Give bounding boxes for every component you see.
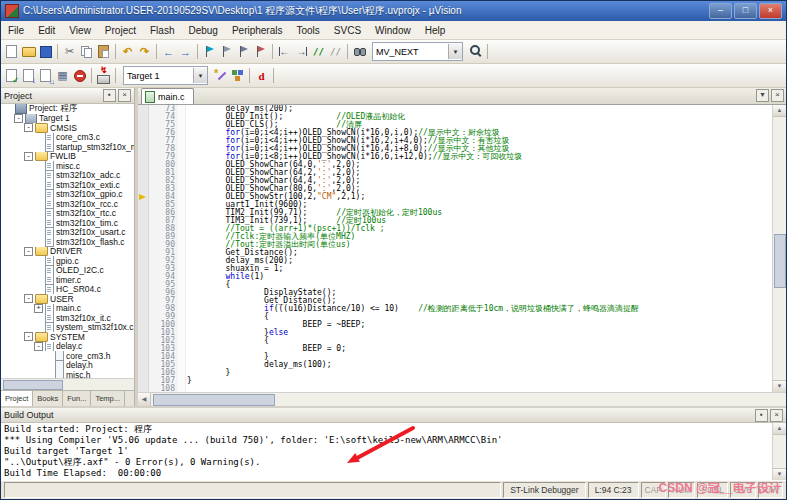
- editor[interactable]: 7374757677787980818283848586878889909192…: [138, 105, 786, 392]
- menu-item-flash[interactable]: Flash: [143, 23, 181, 38]
- tree-item[interactable]: -USER: [1, 294, 134, 304]
- rebuild-icon[interactable]: [37, 66, 54, 85]
- scroll-left-icon[interactable]: ◀: [138, 393, 151, 406]
- panel-tab-books[interactable]: Books: [33, 391, 63, 406]
- cut-icon[interactable]: [61, 42, 78, 61]
- find-combobox[interactable]: MV_NEXT ▾: [372, 42, 463, 61]
- undo-icon[interactable]: [119, 42, 136, 61]
- menu-item-tools[interactable]: Tools: [290, 23, 327, 38]
- tree-item[interactable]: misc.h: [1, 370, 134, 378]
- minimize-button[interactable]: –: [709, 3, 732, 19]
- tree-expander-icon[interactable]: -: [24, 332, 33, 341]
- bookmark-next-icon[interactable]: [235, 42, 252, 61]
- batch-build-icon[interactable]: [54, 66, 71, 85]
- tree-expander-icon[interactable]: -: [24, 123, 33, 132]
- unindent-icon[interactable]: [276, 42, 293, 61]
- tree-item[interactable]: system_stm32f10x.c: [1, 323, 134, 333]
- tree-item[interactable]: misc.c: [1, 161, 134, 171]
- panel-tab-project[interactable]: Project: [1, 391, 33, 406]
- tree-item[interactable]: -SYSTEM: [1, 332, 134, 342]
- tree-item[interactable]: stm32f10x_gpio.c: [1, 190, 134, 200]
- panel-tab-fun[interactable]: Fun...: [63, 391, 91, 406]
- tree-item[interactable]: Project: 程序: [1, 104, 134, 114]
- close-icon[interactable]: ×: [770, 409, 783, 422]
- menu-item-help[interactable]: Help: [418, 23, 453, 38]
- menu-item-project[interactable]: Project: [98, 23, 143, 38]
- tree-item[interactable]: -DRIVER: [1, 247, 134, 257]
- new-file-icon[interactable]: [3, 42, 20, 61]
- editor-code[interactable]: delay_ms(200); OLED_Init(); //OLED液晶初始化 …: [186, 105, 772, 392]
- tree-item[interactable]: core_cm3.c: [1, 133, 134, 143]
- editor-vscrollbar[interactable]: ▲ ▼: [772, 105, 786, 392]
- tree-item[interactable]: core_cm3.h: [1, 351, 134, 361]
- redo-icon[interactable]: [136, 42, 153, 61]
- tree-item[interactable]: stm32f10x_rcc.c: [1, 199, 134, 209]
- open-file-icon[interactable]: [20, 42, 37, 61]
- tree-item[interactable]: OLED_I2C.c: [1, 266, 134, 276]
- bookmark-prev-icon[interactable]: [218, 42, 235, 61]
- tree-item[interactable]: gpio.c: [1, 256, 134, 266]
- copy-icon[interactable]: [78, 42, 95, 61]
- find-in-files-icon[interactable]: [351, 42, 368, 61]
- tree-item[interactable]: stm32f10x_rtc.c: [1, 209, 134, 219]
- menu-item-window[interactable]: Window: [368, 23, 418, 38]
- scroll-up-icon[interactable]: ▲: [773, 423, 786, 435]
- menu-item-view[interactable]: View: [62, 23, 98, 38]
- menu-item-debug[interactable]: Debug: [181, 23, 224, 38]
- menu-item-peripherals[interactable]: Peripherals: [225, 23, 290, 38]
- manage-components-icon[interactable]: [229, 66, 246, 85]
- menu-item-file[interactable]: File: [1, 23, 31, 38]
- tab-main-c[interactable]: main.c: [141, 88, 194, 104]
- tree-expander-icon[interactable]: -: [34, 342, 43, 351]
- scrollbar-thumb[interactable]: [774, 234, 786, 288]
- bookmark-clear-icon[interactable]: [252, 42, 269, 61]
- save-icon[interactable]: [37, 42, 54, 61]
- tree-expander-icon[interactable]: -: [24, 247, 33, 256]
- menu-item-edit[interactable]: Edit: [31, 23, 62, 38]
- paste-icon[interactable]: [95, 42, 112, 61]
- tree-expander-icon[interactable]: -: [24, 294, 33, 303]
- find-icon[interactable]: [467, 42, 484, 61]
- maximize-button[interactable]: □: [734, 3, 757, 19]
- tree-item[interactable]: HC_SR04.c: [1, 285, 134, 295]
- tree-item[interactable]: +main.c: [1, 304, 134, 314]
- tree-item[interactable]: stm32f10x_flash.c: [1, 237, 134, 247]
- bookmark-toggle-icon[interactable]: [201, 42, 218, 61]
- scrollbar-thumb[interactable]: [153, 394, 275, 406]
- pin-icon[interactable]: ▪: [755, 409, 768, 422]
- build-output-scrollbar[interactable]: ▲ ▼: [772, 423, 786, 480]
- scroll-up-icon[interactable]: ▲: [773, 105, 786, 117]
- panel-tab-temp[interactable]: Temp...: [91, 391, 125, 406]
- tree-item[interactable]: timer.c: [1, 275, 134, 285]
- navigate-forward-icon[interactable]: [177, 42, 194, 61]
- tree-item[interactable]: -delay.c: [1, 342, 134, 352]
- comment-icon[interactable]: [310, 42, 327, 61]
- pin-icon[interactable]: ▪: [103, 89, 116, 102]
- chevron-down-icon[interactable]: ▾: [193, 68, 207, 83]
- project-hscrollbar[interactable]: [1, 378, 134, 390]
- translate-icon[interactable]: [3, 66, 20, 85]
- debug-session-icon[interactable]: [253, 66, 270, 85]
- indent-icon[interactable]: [293, 42, 310, 61]
- download-icon[interactable]: [95, 66, 112, 85]
- tree-item[interactable]: stm32f10x_it.c: [1, 313, 134, 323]
- tree-item[interactable]: stm32f10x_tim.c: [1, 218, 134, 228]
- navigate-back-icon[interactable]: [160, 42, 177, 61]
- build-output-content[interactable]: Build started: Project: 程序*** Using Comp…: [1, 423, 772, 480]
- close-tab-icon[interactable]: ×: [771, 89, 784, 102]
- stop-build-icon[interactable]: [71, 66, 88, 85]
- options-for-target-icon[interactable]: [212, 66, 229, 85]
- scroll-down-icon[interactable]: ▼: [773, 380, 786, 392]
- target-combobox[interactable]: Target 1 ▾: [123, 66, 208, 85]
- tree-expander-icon[interactable]: +: [34, 304, 43, 313]
- chevron-down-icon[interactable]: ▾: [448, 44, 462, 59]
- tree-expander-icon[interactable]: -: [14, 114, 23, 123]
- tree-item[interactable]: -CMSIS: [1, 123, 134, 133]
- tree-item[interactable]: delay.h: [1, 361, 134, 371]
- uncomment-icon[interactable]: [327, 42, 344, 61]
- scrollbar-thumb[interactable]: [3, 380, 63, 390]
- tree-item[interactable]: -FWLIB: [1, 152, 134, 162]
- tree-expander-icon[interactable]: -: [24, 152, 33, 161]
- tree-item[interactable]: startup_stm32f10x_m...: [1, 142, 134, 152]
- tree-item[interactable]: stm32f10x_adc.c: [1, 171, 134, 181]
